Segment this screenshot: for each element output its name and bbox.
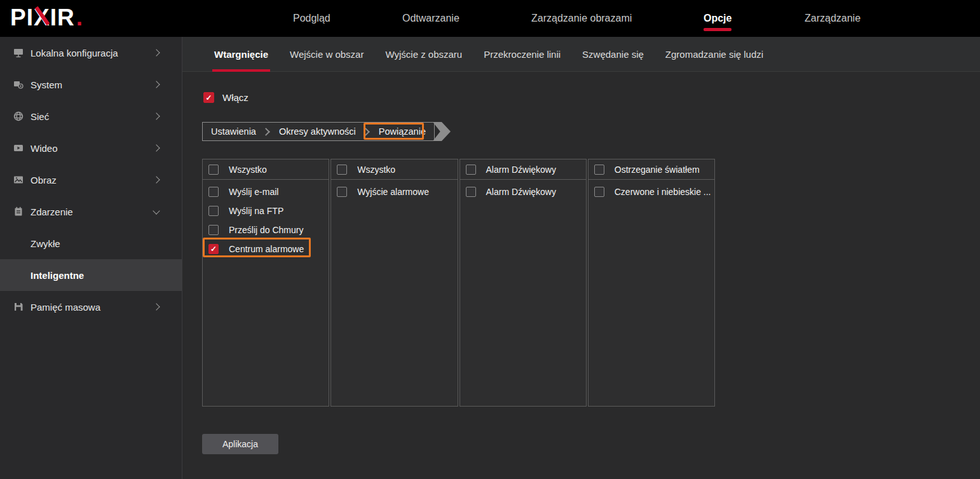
- column-body: Czerwone i niebieskie ...: [589, 180, 714, 406]
- topnav-zarzadzanie[interactable]: Zarządzanie: [805, 0, 861, 37]
- sidebar-item-siec[interactable]: Sieć: [0, 100, 182, 132]
- linkage-column-alarm-out: Wszystko Wyjście alarmowe: [330, 159, 458, 407]
- event-icon: [13, 206, 24, 217]
- linkage-option-wyslij-email: Wyślij e-mail: [203, 182, 329, 201]
- sidebar-item-wideo[interactable]: Wideo: [0, 132, 182, 164]
- sidebar-item-system[interactable]: System: [0, 69, 182, 100]
- wizard-steps: Ustawienia Okresy aktywności Powiązanie: [202, 122, 451, 141]
- chevron-right-icon: [153, 49, 160, 56]
- column-header: Alarm Dźwiękowy: [460, 159, 586, 180]
- sidebar-item-inteligentne[interactable]: Inteligentne: [0, 259, 182, 291]
- option-checkbox[interactable]: [466, 187, 476, 197]
- tab-szwedanie-sie[interactable]: Szwędanie się: [582, 37, 644, 72]
- system-icon: [13, 79, 24, 90]
- linkage-column-light-warning: Ostrzeganie światłem Czerwone i niebiesk…: [588, 159, 715, 407]
- linkage-column-actions: Wszystko Wyślij e-mail Wyślij na FTP: [202, 159, 329, 407]
- enable-checkbox[interactable]: [203, 92, 214, 103]
- select-all-checkbox[interactable]: [594, 165, 604, 175]
- enable-label: Włącz: [222, 92, 248, 103]
- column-body: Alarm Dźwiękowy: [460, 180, 586, 406]
- linkage-option-wyjscie-alarmowe: Wyjście alarmowe: [331, 182, 457, 201]
- storage-icon: [13, 301, 24, 313]
- sidebar-item-label: Pamięć masowa: [31, 302, 100, 313]
- sidebar-item-pamiec-masowa[interactable]: Pamięć masowa: [0, 291, 182, 323]
- linkage-option-alarm-dzwiekowy: Alarm Dźwiękowy: [460, 182, 586, 201]
- sidebar-item-zdarzenie[interactable]: Zdarzenie: [0, 196, 182, 227]
- topnav-zarzadzanie-obrazami[interactable]: Zarządzanie obrazami: [531, 0, 632, 37]
- select-all-checkbox[interactable]: [208, 165, 219, 175]
- sidebar-item-label: Sieć: [31, 111, 49, 122]
- chevron-right-icon: [153, 144, 160, 151]
- linkage-option-centrum-alarmowe: Centrum alarmowe: [203, 240, 329, 259]
- tab-przekroczenie-linii[interactable]: Przekroczenie linii: [484, 37, 561, 72]
- option-label: Czerwone i niebieskie ...: [615, 187, 711, 197]
- topnav-opcje[interactable]: Opcje: [704, 0, 732, 37]
- chevron-down-icon: [153, 207, 160, 214]
- apply-button[interactable]: Aplikacja: [202, 434, 278, 454]
- wizard-bar: Ustawienia Okresy aktywności Powiązanie: [202, 122, 435, 141]
- linkage-column-audio-alarm: Alarm Dźwiękowy Alarm Dźwiękowy: [459, 159, 587, 407]
- column-body: Wyjście alarmowe: [331, 180, 457, 406]
- video-icon: [13, 142, 24, 154]
- linkage-option-wyslij-na-ftp: Wyślij na FTP: [203, 201, 329, 220]
- option-checkbox[interactable]: [594, 187, 604, 197]
- topnav-odtwarzanie[interactable]: Odtwarzanie: [402, 0, 459, 37]
- option-label: Alarm Dźwiękowy: [486, 187, 556, 197]
- option-checkbox[interactable]: [337, 187, 347, 197]
- option-checkbox[interactable]: [208, 206, 219, 216]
- wizard-step-okresy-aktywnosci[interactable]: Okresy aktywności: [271, 126, 364, 137]
- sidebar-item-label: Obraz: [31, 175, 57, 186]
- sidebar-item-label: System: [31, 79, 62, 90]
- sidebar-item-lokalna-konfiguracja[interactable]: Lokalna konfiguracja: [0, 37, 182, 69]
- sidebar-item-zwykle[interactable]: Zwykłe: [0, 227, 182, 259]
- enable-row: Włącz: [203, 92, 248, 103]
- linkage-table: Wszystko Wyślij e-mail Wyślij na FTP: [202, 159, 715, 407]
- logo-text: PI: [10, 4, 34, 31]
- pixir-logo: PIXIR.: [10, 4, 83, 31]
- select-all-checkbox[interactable]: [466, 165, 476, 175]
- option-label: Wyjście alarmowe: [357, 187, 429, 197]
- column-header: Wszystko: [203, 159, 329, 180]
- topnav-podglad[interactable]: Podgląd: [293, 0, 330, 37]
- chevron-right-icon: [153, 81, 160, 88]
- chevron-right-icon: [153, 176, 160, 183]
- select-all-checkbox[interactable]: [337, 165, 347, 175]
- option-label: Wyślij e-mail: [229, 187, 278, 197]
- tab-zgromadzanie-sie-ludzi[interactable]: Zgromadzanie się ludzi: [665, 37, 763, 72]
- top-bar: PIXIR. Podgląd Odtwarzanie Zarządzanie o…: [0, 0, 980, 37]
- option-checkbox[interactable]: [208, 244, 219, 254]
- column-header-label: Wszystko: [229, 165, 267, 175]
- monitor-icon: [13, 47, 24, 58]
- column-header-label: Alarm Dźwiękowy: [486, 165, 556, 175]
- sidebar-item-label: Zwykłe: [31, 238, 60, 249]
- wizard-step-ustawienia[interactable]: Ustawienia: [203, 126, 264, 137]
- logo-text: IR: [50, 4, 75, 31]
- option-checkbox[interactable]: [208, 187, 219, 197]
- sidebar-item-label: Wideo: [31, 143, 58, 154]
- sidebar-item-label: Zdarzenie: [31, 206, 73, 217]
- sidebar: Lokalna konfiguracja System Sieć Wideo: [0, 37, 182, 479]
- wizard-step-powiazanie[interactable]: Powiązanie: [371, 126, 434, 137]
- option-checkbox[interactable]: [208, 225, 219, 235]
- image-icon: [13, 174, 24, 186]
- column-header: Wszystko: [331, 159, 457, 180]
- option-label: Wyślij na FTP: [229, 206, 283, 216]
- wizard-active-arrow-icon: [433, 122, 451, 141]
- logo-x-slash-icon: X: [34, 4, 50, 31]
- app-window: PIXIR. Podgląd Odtwarzanie Zarządzanie o…: [0, 0, 980, 479]
- column-header-label: Ostrzeganie światłem: [615, 165, 700, 175]
- tab-wejscie-w-obszar[interactable]: Wejście w obszar: [290, 37, 364, 72]
- tab-wtargniecie[interactable]: Wtargnięcie: [214, 37, 268, 72]
- column-header: Ostrzeganie światłem: [589, 159, 714, 180]
- option-label: Centrum alarmowe: [229, 244, 304, 254]
- column-body: Wyślij e-mail Wyślij na FTP Prześlij do …: [203, 180, 329, 406]
- sidebar-item-obraz[interactable]: Obraz: [0, 164, 182, 196]
- sidebar-item-label: Lokalna konfiguracja: [31, 48, 118, 58]
- tab-wyjscie-z-obszaru[interactable]: Wyjście z obszaru: [385, 37, 462, 72]
- chevron-right-icon: [153, 112, 160, 119]
- logo-dot: .: [76, 4, 83, 31]
- column-header-label: Wszystko: [357, 165, 395, 175]
- option-label: Prześlij do Chmury: [229, 225, 303, 235]
- chevron-right-icon: [153, 303, 160, 310]
- tab-strip: Wtargnięcie Wejście w obszar Wyjście z o…: [182, 37, 980, 72]
